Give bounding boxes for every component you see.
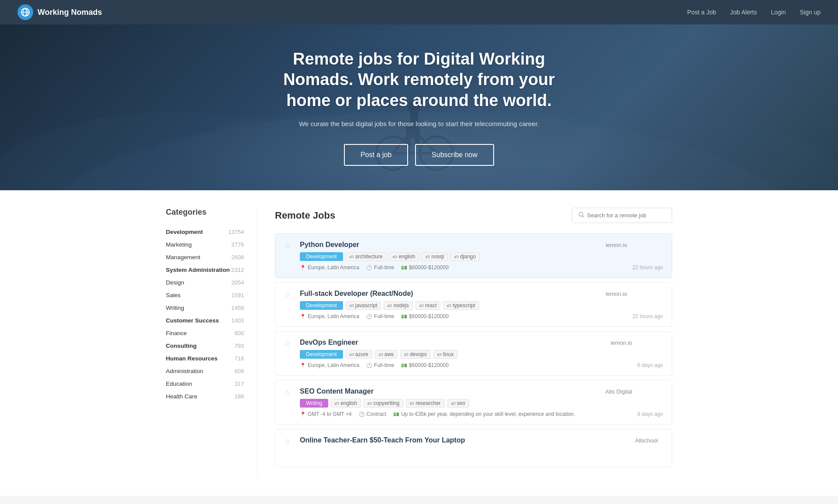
search-box[interactable] [572,208,672,223]
job-list: ☆ Python Developer lemon.io Development … [275,233,672,467]
job-body: Python Developer lemon.io Development ar… [300,241,627,271]
star-icon[interactable]: ☆ [284,291,295,299]
category-count: 2312 [231,267,244,273]
nav-signup[interactable]: Sign up [800,9,821,16]
category-count: 13754 [228,229,244,235]
job-type: 🕐Full-time [366,264,394,271]
job-tags-row: Development architectureenglishnosqldjan… [300,252,627,261]
job-company: lemon.io [611,339,632,346]
job-time: 6 days ago [637,362,663,368]
job-body: DevOps Engineer lemon.io Development azu… [300,339,632,368]
category-item[interactable]: Finance 800 [166,327,244,339]
job-category-tag[interactable]: Development [300,301,343,310]
job-time: 8 days ago [637,411,663,417]
category-name: Human Resources [166,355,218,362]
category-name: Customer Success [166,317,219,324]
job-card: ☆ Full-stack Developer (React/Node) lemo… [275,282,672,327]
job-location: 📍GMT -4 to GMT +4 [300,411,352,417]
navbar: Working Nomads Post a Job Job Alerts Log… [0,0,838,24]
job-body: Online Teacher-Earn $50-Teach From Your … [300,436,658,460]
skill-tag[interactable]: linux [433,350,458,359]
job-location: 📍Europe, Latin America [300,313,359,319]
job-title[interactable]: Full-stack Developer (React/Node) [300,290,413,298]
category-item[interactable]: System Administration 2312 [166,264,244,276]
star-icon[interactable]: ☆ [284,339,295,348]
skill-tag[interactable]: devops [400,350,431,359]
skill-tag[interactable]: javascript [346,301,381,310]
hero-content: Remote jobs for Digital Working Nomads. … [266,49,572,166]
category-count: 1591 [231,292,244,298]
category-item[interactable]: Education 317 [166,377,244,390]
job-title[interactable]: DevOps Engineer [300,339,358,346]
job-card: ☆ Online Teacher-Earn $50-Teach From You… [275,429,672,467]
star-icon[interactable]: ☆ [284,388,295,397]
category-item[interactable]: Sales 1591 [166,289,244,302]
category-count: 800 [234,330,244,336]
categories-title: Categories [166,208,244,217]
job-card: ☆ Python Developer lemon.io Development … [275,233,672,278]
brand-name: Working Nomads [38,8,102,17]
category-count: 2054 [231,279,244,286]
category-item[interactable]: Administration 609 [166,365,244,377]
job-type: 🕐Full-time [366,362,394,368]
skill-tag[interactable]: django [450,252,480,261]
category-count: 793 [234,343,244,349]
skill-tag[interactable]: english [389,252,419,261]
skill-tag[interactable]: azure [346,350,372,359]
skill-tag[interactable]: architecture [346,252,387,261]
skill-tag[interactable]: english [331,399,361,408]
skill-tag[interactable]: aws [375,350,398,359]
category-item[interactable]: Consulting 793 [166,339,244,352]
category-item[interactable]: Design 2054 [166,276,244,289]
brand: Working Nomads [17,4,687,20]
category-item[interactable]: Customer Success 1403 [166,314,244,327]
job-company: lemon.io [606,291,627,297]
skill-tag[interactable]: researcher [406,399,444,408]
nav-links: Post a Job Job Alerts Login Sign up [687,9,821,16]
job-title[interactable]: SEO Content Manager [300,387,374,395]
category-count: 1458 [231,305,244,311]
job-list-title: Remote Jobs [275,210,335,221]
job-category-tag[interactable]: Development [300,252,343,261]
job-category-tag[interactable]: Development [300,350,343,359]
nav-job-alerts[interactable]: Job Alerts [730,9,757,16]
job-title[interactable]: Python Developer [300,241,359,249]
skill-tag[interactable]: nodejs [384,301,412,310]
category-item[interactable]: Writing 1458 [166,302,244,314]
category-name: Education [166,381,192,387]
star-icon[interactable]: ☆ [284,437,295,446]
job-body: SEO Content Manager Alts Digital Writing… [300,387,632,417]
skill-tag[interactable]: nosql [422,252,448,261]
job-salary: 💵$60000-$120000 [401,362,449,368]
category-item[interactable]: Management 2608 [166,251,244,264]
search-input[interactable] [587,212,666,219]
category-item[interactable]: Health Care 186 [166,390,244,403]
category-item[interactable]: Marketing 2776 [166,238,244,251]
category-count: 2608 [231,254,244,261]
hero-section: Remote jobs for Digital Working Nomads. … [0,24,838,190]
subscribe-button[interactable]: Subscribe now [415,144,494,166]
post-job-button[interactable]: Post a job [344,144,408,166]
skill-tag[interactable]: seo [447,399,469,408]
job-meta-row: 📍Europe, Latin America🕐Full-time💵$60000-… [300,362,632,368]
job-salary: 💵Up to €35k per year, depending on your … [393,411,575,417]
nav-login[interactable]: Login [771,9,786,16]
star-icon[interactable]: ☆ [284,242,295,250]
category-count: 317 [234,381,244,387]
job-type: 🕐Contract [359,411,386,417]
skill-tag[interactable]: react [416,301,441,310]
job-category-tag[interactable]: Writing [300,399,328,408]
category-item[interactable]: Development 13754 [166,226,244,238]
sidebar: Categories Development 13754 Marketing 2… [166,208,258,478]
skill-tag[interactable]: copywriting [364,399,403,408]
category-name: System Administration [166,267,230,273]
search-icon [578,212,584,219]
nav-post-job[interactable]: Post a Job [687,9,716,16]
job-category-tag[interactable]: Education [300,448,335,456]
job-tags-row: Writing englishcopywritingresearcherseo [300,399,632,408]
skill-tag[interactable]: typescript [443,301,479,310]
job-type: 🕐Full-time [366,313,394,319]
job-top-row: Full-stack Developer (React/Node) lemon.… [300,290,627,298]
job-title[interactable]: Online Teacher-Earn $50-Teach From Your … [300,436,465,444]
category-item[interactable]: Human Resources 718 [166,352,244,365]
